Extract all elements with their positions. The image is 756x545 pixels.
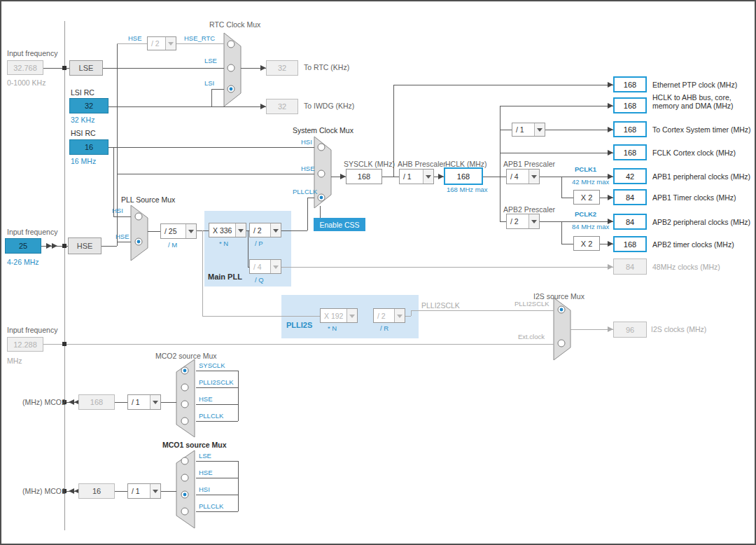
lsi-frequency-box[interactable]: 32: [69, 98, 108, 113]
mco1-divider-select[interactable]: / 1: [127, 483, 161, 499]
sysclk-label: SYSCLK (MHz): [344, 160, 395, 168]
main-pll-div-q-select[interactable]: / 4: [249, 259, 281, 274]
rtc-mux-radio-lsi-selected: [230, 88, 233, 91]
chevron-down-icon: [528, 214, 539, 228]
pll-div-m-caption: / M: [168, 241, 177, 249]
main-pll-div-p-select[interactable]: / 2: [249, 223, 281, 237]
pll-mux-title: PLL Source Mux: [121, 195, 175, 204]
clock-48mhz-box[interactable]: 84: [613, 258, 647, 275]
chevron-down-icon: [423, 170, 433, 184]
apb2-prescaler-select[interactable]: / 2: [506, 214, 540, 229]
mco1-divider-value: / 1: [128, 484, 150, 498]
mco2-option-pllclk: PLLCLK: [199, 412, 223, 420]
ethernet-ptp-clock-box[interactable]: 168: [613, 76, 647, 92]
mco2-mux-radio-plli2sclk[interactable]: [181, 384, 188, 391]
main-pll-n-caption: * N: [219, 240, 228, 247]
to-iwdg-value-box[interactable]: 32: [266, 99, 298, 114]
chevron-down-icon: [165, 37, 176, 50]
lse-range-label: 0-1000 KHz: [7, 78, 46, 87]
main-pll-title: Main PLL: [208, 272, 242, 281]
apb1-prescaler-select[interactable]: / 4: [506, 169, 540, 184]
pll-mux-radio-hsi[interactable]: [135, 213, 142, 220]
i2s-clocks-box[interactable]: 96: [613, 322, 647, 338]
pll-hsi-signal-label: HSI: [112, 207, 123, 214]
hsi-frequency-box[interactable]: 16: [69, 139, 108, 155]
mco1-mux-radio-lse[interactable]: [181, 457, 188, 464]
hse-frequency-field[interactable]: 25: [5, 238, 41, 254]
apb2-timer-clocks-box[interactable]: 168: [613, 236, 647, 252]
lse-frequency-field[interactable]: 32.768: [7, 60, 43, 75]
mco2-mux-radio-hse[interactable]: [181, 401, 188, 408]
system-mux-radio-pllclk-selected: [320, 196, 323, 200]
ahb-prescaler-select[interactable]: / 1: [399, 169, 434, 184]
chevron-down-icon: [394, 309, 405, 322]
rtc-mux-radio-lse[interactable]: [227, 64, 234, 71]
mco1-value-box[interactable]: 16: [78, 483, 115, 499]
mco2-mux-radio-sysclk-selected: [183, 369, 187, 373]
pclk1-max-caption: 42 MHz max: [572, 178, 609, 186]
fclk-cortex-clock-box[interactable]: 168: [613, 144, 647, 160]
i2s-ckin-frequency-label: Input frequency: [7, 326, 57, 334]
fclk-cortex-clock-label: FCLK Cortex clock (MHz): [652, 149, 736, 157]
plli2s-r-caption: / R: [380, 324, 388, 332]
pclk2-max-caption: 84 MHz max: [572, 223, 609, 230]
hse-source-box[interactable]: HSE: [68, 237, 102, 254]
to-rtc-value-box[interactable]: 32: [266, 60, 298, 76]
apb1-peripheral-clocks-box[interactable]: 42: [613, 168, 647, 184]
chevron-down-icon: [235, 223, 246, 237]
chevron-down-icon: [150, 484, 160, 498]
mco2-option-plli2sclk: PLLI2SCLK: [199, 378, 234, 386]
plli2s-n-caption: * N: [328, 324, 337, 332]
to-rtc-label: To RTC (KHz): [304, 63, 349, 71]
main-pll-mul-n-select[interactable]: X 336: [209, 223, 246, 237]
hclk-max-caption: 168 MHz max: [447, 186, 488, 193]
apb1-prescaler-label: APB1 Prescaler: [503, 160, 555, 168]
apb1-timer-clocks-box[interactable]: 84: [613, 189, 647, 205]
enable-css-button[interactable]: Enable CSS: [314, 218, 365, 231]
main-pll-q-caption: / Q: [255, 276, 264, 284]
lse-source-box[interactable]: LSE: [69, 60, 103, 76]
plli2s-div-r-select[interactable]: / 2: [373, 308, 405, 323]
mco2-mux-radio-pllclk[interactable]: [181, 418, 188, 425]
main-pll-div-q-value: / 4: [250, 260, 270, 273]
mco2-value-box[interactable]: 168: [78, 394, 115, 410]
rtc-lse-signal-label: LSE: [204, 57, 217, 64]
mco1-mux-radio-pllclk[interactable]: [181, 508, 188, 515]
sys-pllclk-signal-label: PLLCLK: [293, 188, 317, 195]
chevron-down-icon: [270, 223, 281, 237]
hclk-ahb-clock-box[interactable]: 168: [613, 97, 647, 113]
sysclk-value-box[interactable]: 168: [346, 169, 382, 184]
plli2s-mul-n-select[interactable]: X 192: [320, 308, 358, 323]
plli2s-title: PLLI2S: [286, 321, 312, 329]
i2s-ckin-frequency-field[interactable]: 12.288: [7, 337, 43, 352]
system-mux-radio-hsi[interactable]: [318, 144, 325, 151]
cortex-system-timer-box[interactable]: 168: [613, 121, 647, 137]
system-mux-radio-hse[interactable]: [318, 170, 325, 177]
apb1-timer-x2-box: X 2: [573, 190, 600, 205]
wires: [41, 21, 613, 530]
apb2-prescaler-value: / 2: [507, 214, 528, 228]
apb1-peripheral-clocks-label: APB1 peripheral clocks (MHz): [652, 172, 750, 181]
mco2-divider-value: / 1: [128, 395, 150, 409]
rtc-mux-radio-hse[interactable]: [227, 41, 234, 48]
apb2-peripheral-clocks-box[interactable]: 84: [613, 214, 647, 230]
plli2s-div-r-value: / 2: [374, 309, 394, 322]
mco2-pin-label: (MHz) MCO2: [22, 398, 66, 406]
mco1-mux-radio-hsi-selected: [183, 493, 187, 497]
rtc-hse-divider-select[interactable]: / 2: [147, 36, 176, 50]
hclk-ahb-clock-label: HCLK to AHB bus, core, memory and DMA (M…: [652, 93, 756, 110]
mco1-mux-radio-hse[interactable]: [181, 474, 188, 481]
cortex-timer-divider-select[interactable]: / 1: [512, 123, 545, 137]
cortex-system-timer-label: To Cortex System timer (MHz): [652, 125, 751, 134]
lsi-rc-label: LSI RC: [71, 88, 94, 97]
i2s-mux-radio-extclock[interactable]: [558, 340, 565, 347]
hclk-value-box[interactable]: 168: [444, 167, 483, 185]
apb1-prescaler-value: / 4: [507, 170, 528, 184]
hse-input-frequency-label: Input frequency: [7, 228, 57, 236]
chevron-down-icon: [270, 260, 281, 273]
rtc-hse-divider-value: / 2: [148, 37, 165, 50]
mco2-divider-select[interactable]: / 1: [127, 394, 161, 410]
system-mux-title: System Clock Mux: [293, 126, 354, 134]
cortex-timer-divider-value: / 1: [512, 123, 534, 136]
pll-div-m-select[interactable]: / 25: [160, 223, 197, 239]
